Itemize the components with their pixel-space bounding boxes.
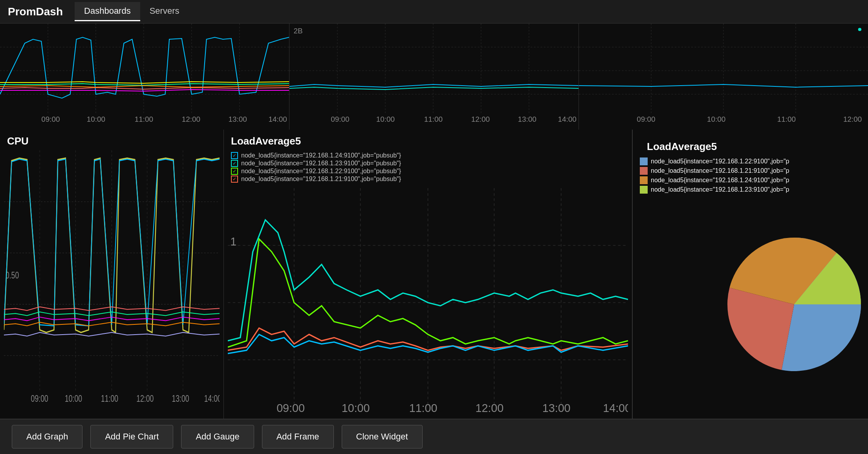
svg-text:09:00: 09:00 <box>31 393 48 403</box>
svg-text:10:00: 10:00 <box>342 402 370 414</box>
svg-text:1: 1 <box>230 235 236 248</box>
svg-text:14:00: 14:00 <box>204 393 220 403</box>
top-chart-3: 09:00 10:00 11:00 12:00 <box>579 24 868 130</box>
svg-text:12:00: 12:00 <box>136 393 154 403</box>
svg-text:13:00: 13:00 <box>542 402 571 414</box>
nav-tab-dashboards[interactable]: Dashboards <box>75 2 140 21</box>
legend-item-2: ✓ node_load5{instance="192.168.1.23:9100… <box>231 160 625 167</box>
svg-text:10:00: 10:00 <box>707 115 725 123</box>
nav-tab-servers[interactable]: Servers <box>140 2 189 21</box>
top-chart-1: 09:00 10:00 11:00 12:00 13:00 14:00 <box>0 24 289 130</box>
svg-text:2B: 2B <box>294 27 303 35</box>
legend-label-2: node_load5{instance="192.168.1.23:9100",… <box>241 160 401 167</box>
add-frame-button[interactable]: Add Frame <box>262 425 334 449</box>
svg-text:09:00: 09:00 <box>637 115 655 123</box>
pie-legend: node_load5{instance="192.168.1.22:9100",… <box>640 157 861 195</box>
cpu-chart-title: CPU <box>0 130 223 149</box>
svg-text:14:00: 14:00 <box>268 115 287 123</box>
svg-text:12:00: 12:00 <box>471 115 490 123</box>
svg-text:12:00: 12:00 <box>182 115 200 123</box>
pie-legend-item-1: node_load5{instance="192.168.1.22:9100",… <box>640 157 861 165</box>
svg-text:13:00: 13:00 <box>172 393 189 403</box>
pie-legend-color-1 <box>640 157 648 165</box>
pie-legend-item-2: node_load5{instance="192.168.1.21:9100",… <box>640 167 861 175</box>
pie-legend-label-1: node_load5{instance="192.168.1.22:9100",… <box>651 158 789 165</box>
header: PromDash Dashboards Servers <box>0 0 868 24</box>
pie-chart-container <box>640 195 861 413</box>
svg-text:10:00: 10:00 <box>376 115 395 123</box>
app-brand: PromDash <box>8 5 63 18</box>
top-chart-2: 2B 09:00 10:00 11:00 12:00 13:00 14:00 <box>289 24 579 130</box>
legend-label-3: node_load5{instance="192.168.1.22:9100",… <box>241 168 401 175</box>
load-avg-chart-area: 1 09:00 10:00 11:00 12:00 13:00 14:00 <box>224 187 632 419</box>
svg-text:14:00: 14:00 <box>558 115 576 123</box>
svg-text:11:00: 11:00 <box>409 402 438 414</box>
legend-item-1: ✓ node_load5{instance="192.168.1.24:9100… <box>231 152 625 159</box>
load-avg-pie-panel: LoadAverage5 node_load5{instance="192.16… <box>632 130 868 419</box>
legend-label-1: node_load5{instance="192.168.1.24:9100",… <box>241 152 401 159</box>
svg-text:12:00: 12:00 <box>843 115 862 123</box>
svg-text:11:00: 11:00 <box>424 115 443 123</box>
legend-item-4: ✓ node_load5{instance="192.168.1.21:9100… <box>231 176 625 183</box>
add-graph-button[interactable]: Add Graph <box>12 425 82 449</box>
pie-legend-item-3: node_load5{instance="192.168.1.24:9100",… <box>640 176 861 184</box>
load-avg-line-panel: LoadAverage5 ✓ node_load5{instance="192.… <box>224 130 632 419</box>
legend-check-3: ✓ <box>231 168 238 175</box>
svg-point-35 <box>858 28 861 31</box>
svg-text:14:00: 14:00 <box>603 402 628 414</box>
middle-charts-row: CPU 0.50 <box>0 130 868 419</box>
legend-label-4: node_load5{instance="192.168.1.21:9100",… <box>241 176 401 183</box>
pie-chart-svg <box>727 238 861 371</box>
cpu-chart-panel: CPU 0.50 <box>0 130 224 419</box>
svg-text:09:00: 09:00 <box>277 402 305 414</box>
pie-legend-label-3: node_load5{instance="192.168.1.24:9100",… <box>651 177 789 184</box>
legend-check-1: ✓ <box>231 152 238 159</box>
svg-text:13:00: 13:00 <box>228 115 247 123</box>
add-pie-chart-button[interactable]: Add Pie Chart <box>90 425 173 449</box>
pie-legend-color-3 <box>640 176 648 184</box>
add-gauge-button[interactable]: Add Gauge <box>181 425 254 449</box>
legend-check-4: ✓ <box>231 176 238 183</box>
svg-text:11:00: 11:00 <box>101 393 118 403</box>
pie-legend-label-4: node_load5{instance="192.168.1.23:9100",… <box>651 186 789 193</box>
pie-legend-color-4 <box>640 186 648 194</box>
svg-text:10:00: 10:00 <box>87 115 105 123</box>
load-avg-line-title: LoadAverage5 <box>224 130 632 149</box>
clone-widget-button[interactable]: Clone Widget <box>342 425 423 449</box>
svg-text:10:00: 10:00 <box>65 393 82 403</box>
svg-text:0.50: 0.50 <box>5 270 19 280</box>
load-avg-pie-title: LoadAverage5 <box>640 135 861 154</box>
main-content: 09:00 10:00 11:00 12:00 13:00 14:00 2B <box>0 24 868 454</box>
svg-text:09:00: 09:00 <box>331 115 349 123</box>
svg-text:12:00: 12:00 <box>476 402 504 414</box>
pie-legend-label-2: node_load5{instance="192.168.1.21:9100",… <box>651 167 789 174</box>
cpu-chart-area: 0.50 09:00 10:00 11:00 12:00 <box>0 149 223 419</box>
svg-text:11:00: 11:00 <box>777 115 796 123</box>
pie-legend-color-2 <box>640 167 648 175</box>
bottom-bar: Add Graph Add Pie Chart Add Gauge Add Fr… <box>0 419 868 454</box>
svg-text:11:00: 11:00 <box>135 115 153 123</box>
legend-check-2: ✓ <box>231 160 238 167</box>
pie-legend-item-4: node_load5{instance="192.168.1.23:9100",… <box>640 186 861 194</box>
svg-text:13:00: 13:00 <box>518 115 536 123</box>
top-charts-row: 09:00 10:00 11:00 12:00 13:00 14:00 2B <box>0 24 868 130</box>
legend-item-3: ✓ node_load5{instance="192.168.1.22:9100… <box>231 168 625 175</box>
svg-text:09:00: 09:00 <box>41 115 60 123</box>
load-avg-legend: ✓ node_load5{instance="192.168.1.24:9100… <box>224 149 632 187</box>
